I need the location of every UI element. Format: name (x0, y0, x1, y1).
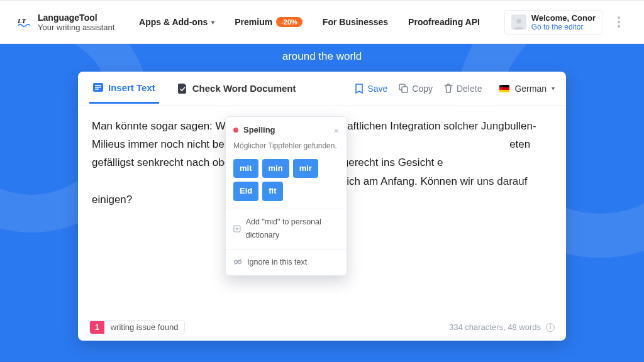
svg-rect-4 (95, 87, 101, 88)
suggestion-chip[interactable]: min (262, 159, 289, 178)
card-footer: 1 writing issue found 334 characters, 48… (78, 320, 566, 341)
brand-tagline: Your writing assistant (38, 23, 114, 32)
main-nav: Apps & Add-ons▾ Premium-20% For Business… (114, 17, 504, 27)
card-header: Insert Text Check Word Document Save Cop… (78, 72, 566, 106)
nav-premium[interactable]: Premium-20% (235, 17, 303, 27)
more-menu-icon[interactable] (611, 16, 626, 28)
ignore-icon (233, 258, 242, 266)
hero-subtitle: around the world (0, 50, 644, 63)
discount-badge: -20% (276, 17, 303, 27)
close-icon[interactable]: × (333, 126, 339, 135)
welcome-text: Welcome, Conor (531, 13, 596, 23)
chevron-down-icon: ▾ (552, 85, 555, 92)
editor-card: Insert Text Check Word Document Save Cop… (78, 72, 566, 341)
dictionary-icon (233, 224, 241, 233)
suggestion-chip[interactable]: mit (233, 159, 258, 178)
nav-api[interactable]: Proofreading API (408, 17, 480, 27)
error-dot-icon (233, 128, 238, 133)
ignore-in-text[interactable]: Ignore in this text (226, 249, 347, 276)
popover-category: Spelling (243, 123, 333, 137)
popover-message: Möglicher Tippfehler gefunden. (226, 137, 347, 159)
language-selector[interactable]: German ▾ (499, 84, 555, 94)
user-box: Welcome, Conor Go to the editor (504, 10, 626, 35)
svg-point-1 (516, 19, 521, 24)
avatar-icon (511, 14, 526, 30)
svg-rect-5 (95, 89, 99, 90)
svg-rect-7 (402, 87, 408, 92)
svg-rect-3 (95, 85, 101, 86)
nav-apps[interactable]: Apps & Add-ons▾ (139, 17, 214, 27)
chevron-down-icon: ▾ (211, 19, 214, 26)
trash-icon (444, 84, 453, 94)
text-editor[interactable]: Man könnte sogar sagen: Wenn wir mid der… (78, 106, 566, 320)
copy-button[interactable]: Copy (399, 84, 433, 94)
text-icon (93, 83, 103, 92)
nav-business[interactable]: For Businesses (323, 17, 388, 27)
delete-button[interactable]: Delete (444, 84, 482, 94)
info-icon[interactable]: i (546, 323, 555, 332)
bookmark-icon (355, 84, 364, 94)
suggestion-chip[interactable]: mir (293, 159, 318, 178)
document-check-icon (178, 84, 187, 94)
add-to-dictionary[interactable]: Add "mid" to personal dictionary (226, 209, 347, 249)
issues-text: writing issue found (104, 321, 185, 334)
copy-icon (399, 84, 408, 93)
go-to-editor-link[interactable]: Go to the editor (531, 23, 596, 31)
hero: around the world Insert Text Check Word … (0, 44, 644, 362)
brand-name: LanguageTool (38, 13, 114, 23)
tab-check-doc[interactable]: Check Word Document (174, 74, 300, 102)
svg-text:LT: LT (18, 17, 27, 25)
suggestion-chip[interactable]: fit (262, 182, 282, 200)
top-bar: LT LanguageTool Your writing assistant A… (0, 0, 644, 44)
german-flag-icon (499, 85, 509, 92)
brand[interactable]: LT LanguageTool Your writing assistant (18, 13, 114, 32)
suggestion-popover: Spelling × Möglicher Tippfehler gefunden… (225, 116, 347, 276)
issues-indicator[interactable]: 1 writing issue found (89, 320, 185, 334)
text-stats: 334 characters, 48 words i (449, 322, 555, 332)
suggestion-list: mit min mir Eid fit (226, 159, 347, 209)
logo-icon: LT (18, 16, 31, 28)
suggestion-chip[interactable]: Eid (233, 182, 258, 200)
issues-count: 1 (90, 321, 104, 334)
tab-insert-text[interactable]: Insert Text (89, 74, 159, 104)
save-button[interactable]: Save (355, 84, 387, 94)
user-menu[interactable]: Welcome, Conor Go to the editor (504, 10, 602, 35)
